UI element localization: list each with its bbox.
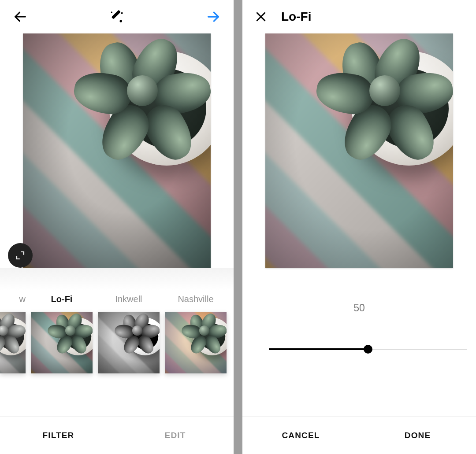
filter-label: Inkwell [98, 294, 160, 305]
arrow-left-icon [13, 9, 28, 24]
expand-button[interactable] [8, 243, 33, 268]
filter-option-inkwell[interactable]: Inkwell [98, 294, 160, 373]
bottom-actions: CANCEL DONE [242, 416, 476, 454]
back-button[interactable] [11, 7, 30, 26]
tab-edit[interactable]: EDIT [117, 417, 234, 454]
filter-thumbnail[interactable] [31, 312, 93, 373]
filter-thumbnail[interactable] [0, 312, 26, 373]
slider-fill [269, 348, 368, 350]
svg-rect-1 [112, 10, 121, 19]
filter-title: Lo-Fi [281, 10, 311, 24]
filter-option-lofi[interactable]: Lo-Fi [31, 294, 93, 373]
header: Lo-Fi [242, 0, 476, 33]
header [0, 0, 234, 33]
filter-label: w [0, 294, 26, 305]
photo-preview[interactable] [265, 33, 453, 268]
close-button[interactable] [251, 7, 271, 26]
done-button[interactable]: DONE [359, 417, 476, 454]
slider-knob[interactable] [364, 345, 372, 354]
arrow-right-icon [206, 9, 221, 24]
filter-thumbnail[interactable] [98, 312, 160, 373]
carousel-fade [0, 268, 234, 290]
filter-thumbnail[interactable] [165, 312, 227, 373]
magic-wand-icon [108, 8, 126, 26]
slider-value-label: 50 [242, 302, 476, 314]
bottom-tabs: FILTER EDIT [0, 416, 234, 454]
filter-option-willow[interactable]: w [0, 294, 26, 373]
screen-divider [234, 0, 242, 454]
strength-slider[interactable] [269, 343, 467, 356]
expand-icon [15, 250, 26, 261]
svg-point-4 [111, 11, 112, 13]
filter-label: Lo-Fi [31, 294, 93, 305]
cancel-button[interactable]: CANCEL [242, 417, 359, 454]
filter-strength-screen: Lo-Fi 50 CANCEL DONE [242, 0, 476, 454]
tab-filter[interactable]: FILTER [0, 417, 117, 454]
filter-option-nashville[interactable]: Nashville [165, 294, 227, 373]
svg-point-2 [121, 12, 123, 14]
svg-point-3 [120, 20, 122, 22]
photo-preview[interactable] [23, 33, 211, 268]
auto-enhance-button[interactable] [107, 7, 126, 26]
filter-carousel[interactable]: wLo-FiInkwellNashville [0, 294, 234, 373]
filter-selection-screen: wLo-FiInkwellNashville FILTER EDIT [0, 0, 234, 454]
close-icon [254, 10, 268, 23]
next-button[interactable] [204, 7, 223, 26]
filter-label: Nashville [165, 294, 227, 305]
